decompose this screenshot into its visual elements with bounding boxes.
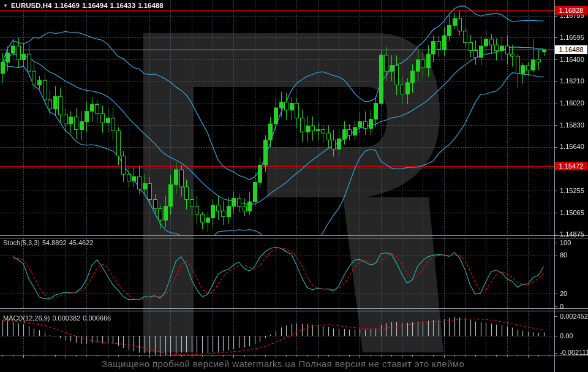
price-axis-label: 1.15065 — [560, 209, 584, 217]
price-axis-label: 1.15640 — [560, 143, 584, 151]
stoch-axis-label: 0 — [560, 303, 564, 311]
price-axis-label: 1.16400 — [560, 56, 584, 64]
price-axis[interactable]: 1.167851.165951.164001.162101.160201.158… — [555, 0, 588, 355]
price-axis-label: 1.15255 — [560, 187, 584, 195]
price-axis-label: 1.16210 — [560, 77, 584, 85]
price-axis-label: 1.15830 — [560, 121, 584, 129]
trading-terminal-chart-window: ▼EURUSD,H41.164691.164941.164331.16488 S… — [0, 0, 588, 372]
chart-canvas[interactable] — [0, 0, 588, 372]
stoch-axis-label: 20 — [560, 290, 567, 298]
stoch-axis-label: 100 — [560, 239, 571, 247]
macd-axis-label: 0.002452 — [560, 313, 588, 321]
macd-axis-label: 0.00 — [560, 332, 573, 340]
price-axis-label: 1.14875 — [560, 230, 584, 238]
price-axis-label: 1.16595 — [560, 34, 584, 42]
price-axis-label: 1.16020 — [560, 99, 584, 107]
price-axis-label: 1.16785 — [560, 12, 584, 20]
stoch-axis-label: 80 — [560, 251, 567, 259]
time-axis[interactable]: 14 Nov 202517 Nov 08:0018 Nov 16:0020 No… — [0, 355, 588, 372]
